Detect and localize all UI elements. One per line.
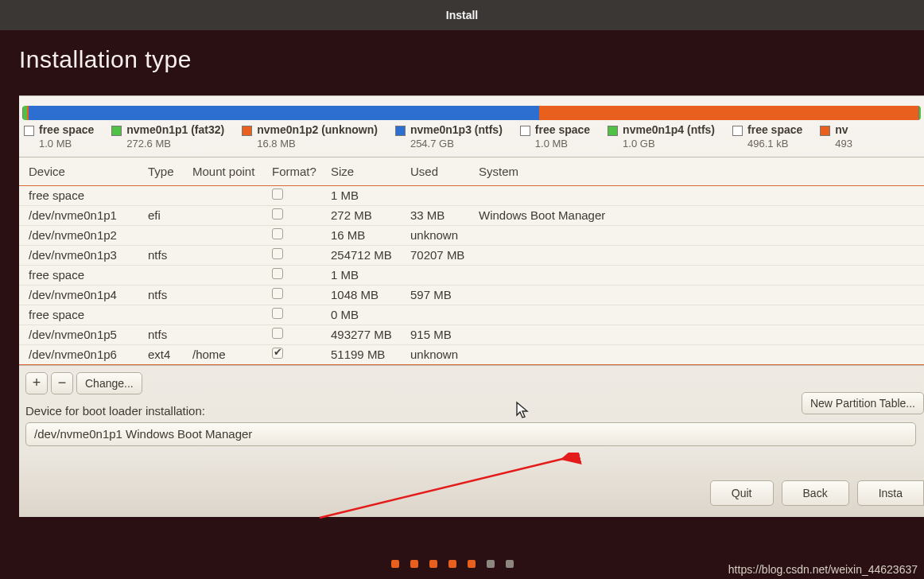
cell: /dev/nvme0n1p6 [25,348,145,361]
disk-segment[interactable] [29,106,539,120]
bootloader-select[interactable]: /dev/nvme0n1p1 Windows Boot Manager [25,422,916,446]
format-checkbox[interactable] [272,288,283,299]
col-size[interactable]: Size [328,165,407,178]
table-row[interactable]: /dev/nvme0n1p6ext4/home51199 MBunknown [19,345,924,365]
bootloader-label: Device for boot loader installation: [19,398,924,422]
col-type[interactable]: Type [145,165,189,178]
swatch-icon [242,126,252,136]
col-mount[interactable]: Mount point [189,165,269,178]
cell: /dev/nvme0n1p2 [25,228,145,242]
cell: /home [189,348,269,361]
partition-table: Device Type Mount point Format? Size Use… [19,157,924,366]
format-cell [269,328,328,341]
disk-usage-bar [22,106,921,120]
format-cell [269,188,328,202]
cell: 272 MB [328,208,407,222]
cell: 33 MB [407,208,476,222]
table-body: free space1 MB/dev/nvme0n1p1efi272 MB33 … [19,186,924,365]
legend-item: nvme0n1p4 (ntfs)1.0 GB [608,123,715,150]
install-button[interactable]: Insta [857,480,924,506]
legend-text: nv493 [835,123,852,150]
legend-text: free space1.0 MB [535,123,590,150]
cell: ntfs [145,328,189,341]
col-device[interactable]: Device [25,165,145,178]
dot [410,560,418,568]
cell: unknown [407,228,476,242]
legend-item: nvme0n1p3 (ntfs)254.7 GB [395,123,503,150]
cell: 0 MB [328,308,407,321]
remove-button[interactable]: − [51,372,73,394]
swatch-icon [520,126,530,136]
col-system[interactable]: System [476,165,918,178]
format-checkbox[interactable] [272,228,283,239]
col-format[interactable]: Format? [269,165,328,178]
legend-text: nvme0n1p2 (unknown)16.8 MB [257,123,378,150]
legend-item: free space496.1 kB [732,123,802,150]
legend-text: nvme0n1p4 (ntfs)1.0 GB [623,123,715,150]
legend-item: nvme0n1p2 (unknown)16.8 MB [242,123,378,150]
cell: free space [25,308,145,321]
cell: 915 MB [407,328,476,341]
dot [429,560,437,568]
col-used[interactable]: Used [407,165,476,178]
format-checkbox[interactable] [272,268,283,279]
new-partition-table-button[interactable]: New Partition Table... [802,392,924,414]
dot [468,560,476,568]
table-header: Device Type Mount point Format? Size Use… [19,157,924,186]
cell: 254712 MB [328,248,407,262]
cell: /dev/nvme0n1p5 [25,328,145,341]
cell: unknown [407,348,476,361]
legend-text: free space496.1 kB [747,123,802,150]
cell: 1 MB [328,188,407,202]
back-button[interactable]: Back [782,480,849,506]
cell: 51199 MB [328,348,407,361]
swatch-icon [608,126,618,136]
disk-segment[interactable] [539,106,918,120]
format-checkbox[interactable] [272,308,283,319]
format-checkbox[interactable] [272,248,283,259]
annotation-arrow [313,453,584,524]
change-button[interactable]: Change... [76,372,142,394]
page-title: Installation type [19,46,905,73]
swatch-icon [820,126,830,136]
dot [391,560,399,568]
table-row[interactable]: /dev/nvme0n1p216 MBunknown [19,226,924,246]
table-row[interactable]: free space1 MB [19,186,924,206]
cell: 70207 MB [407,248,476,262]
format-checkbox[interactable] [272,348,283,359]
window-title: Install [446,9,478,21]
add-button[interactable]: + [25,372,48,394]
dot [506,560,514,568]
legend-item: nvme0n1p1 (fat32)272.6 MB [111,123,224,150]
format-cell [269,228,328,242]
legend-item: free space1.0 MB [520,123,590,150]
disk-segment[interactable] [919,106,921,120]
dot [487,560,495,568]
format-checkbox[interactable] [272,208,283,220]
format-cell [269,268,328,282]
table-row[interactable]: /dev/nvme0n1p5ntfs493277 MB915 MB [19,325,924,345]
table-row[interactable]: /dev/nvme0n1p4ntfs1048 MB597 MB [19,286,924,305]
table-row[interactable]: /dev/nvme0n1p1efi272 MB33 MBWindows Boot… [19,206,924,226]
cell: /dev/nvme0n1p4 [25,288,145,301]
wizard-buttons: Quit Back Insta [710,480,924,506]
swatch-icon [24,126,34,136]
table-row[interactable]: free space0 MB [19,305,924,325]
format-checkbox[interactable] [272,188,283,200]
bootloader-value: /dev/nvme0n1p1 Windows Boot Manager [34,427,252,441]
format-checkbox[interactable] [272,328,283,339]
table-row[interactable]: free space1 MB [19,266,924,286]
cell: /dev/nvme0n1p3 [25,248,145,262]
cell: 16 MB [328,228,407,242]
cell: free space [25,188,145,202]
table-row[interactable]: /dev/nvme0n1p3ntfs254712 MB70207 MB [19,246,924,266]
quit-button[interactable]: Quit [710,480,774,506]
partition-legend: free space1.0 MBnvme0n1p1 (fat32)272.6 M… [19,122,924,157]
cell: ext4 [145,348,189,361]
legend-text: nvme0n1p3 (ntfs)254.7 GB [410,123,503,150]
swatch-icon [732,126,743,136]
cell: 597 MB [407,288,476,301]
page-header: Installation type [0,30,924,95]
cell: 493277 MB [328,328,407,341]
legend-item: nv493 [820,123,852,150]
